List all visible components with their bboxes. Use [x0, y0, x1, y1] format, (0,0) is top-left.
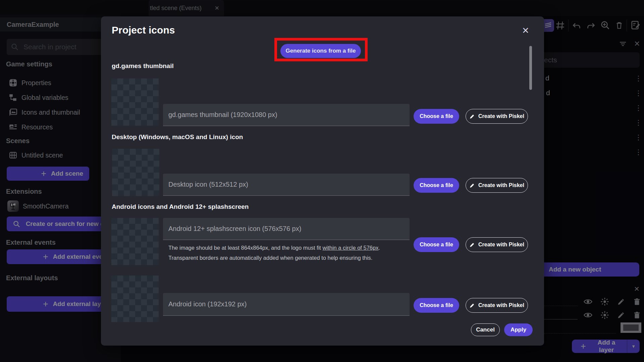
apply-button[interactable]: Apply	[504, 323, 533, 336]
project-icons-dialog: Project icons ✕ Generate icons from a fi…	[101, 16, 544, 346]
choose-file-label: Choose a file	[420, 113, 453, 119]
splash-helper-text: The image should be at least 864x864px, …	[168, 245, 380, 251]
row-heading: Desktop (Windows, macOS and Linux) icon	[112, 133, 243, 141]
row-heading: Android icons and Android 12+ splashscre…	[112, 203, 249, 210]
brush-icon	[469, 114, 475, 119]
choose-file-button[interactable]: Choose a file	[414, 298, 459, 313]
row-heading: gd.games thumbnail	[112, 62, 174, 70]
desktop-icon-file-field[interactable]: Desktop icon (512x512 px)	[163, 174, 410, 196]
create-with-piskel-button[interactable]: Create with Piskel	[466, 298, 528, 313]
thumbnail-preview-checkerboard	[111, 78, 159, 126]
splash-helper-text-2: Transparent borders are automatically ad…	[168, 255, 372, 261]
thumbnail-file-field[interactable]: gd.games thumbnail (644x362 px)	[163, 104, 410, 126]
android-splash-file-field[interactable]: Android 12+ splashscreen icon (576x576 p…	[163, 218, 410, 240]
create-with-piskel-button[interactable]: Create with Piskel	[466, 109, 528, 124]
create-with-piskel-button[interactable]: Create with Piskel	[466, 237, 528, 252]
desktop-icon-checkerboard	[112, 149, 159, 196]
field-hint: Desktop icon (512x512 px)	[168, 181, 248, 188]
brush-icon	[469, 242, 475, 248]
brush-icon	[469, 183, 475, 188]
cancel-label: Cancel	[476, 326, 495, 333]
android-icon-checkerboard	[111, 276, 159, 322]
android-icon-file-field[interactable]: Android icon (192x192 px)	[163, 293, 410, 316]
field-hint: Android icon (192x192 px)	[168, 300, 247, 308]
create-with-piskel-label: Create with Piskel	[478, 302, 524, 308]
helper-text: The image should be at least 864x864px, …	[168, 245, 323, 251]
app-root: tled scene (Events) ✕ CameraExample Game…	[0, 0, 644, 362]
create-with-piskel-button[interactable]: Create with Piskel	[466, 178, 528, 193]
highlight-annotation	[274, 38, 368, 61]
dialog-title: Project icons	[112, 24, 175, 36]
field-hint: gd.games thumbnail (644x362 px)	[168, 111, 277, 119]
choose-file-button[interactable]: Choose a file	[414, 237, 459, 252]
android-splash-checkerboard	[111, 218, 159, 265]
field-hint: Android 12+ splashscreen icon (576x576 p…	[168, 225, 301, 233]
scrollbar-thumb[interactable]	[529, 46, 532, 90]
cancel-button[interactable]: Cancel	[471, 323, 500, 336]
choose-file-button[interactable]: Choose a file	[414, 109, 459, 124]
choose-file-label: Choose a file	[420, 302, 453, 308]
create-with-piskel-label: Create with Piskel	[478, 242, 524, 248]
create-with-piskel-label: Create with Piskel	[478, 113, 524, 119]
apply-label: Apply	[511, 326, 526, 333]
choose-file-label: Choose a file	[420, 242, 453, 248]
choose-file-button[interactable]: Choose a file	[414, 178, 459, 193]
helper-link[interactable]: within a circle of 576px	[323, 245, 379, 251]
create-with-piskel-label: Create with Piskel	[478, 182, 524, 188]
choose-file-label: Choose a file	[420, 182, 453, 188]
brush-icon	[469, 303, 475, 308]
helper-text: .	[378, 245, 380, 251]
dialog-close-icon[interactable]: ✕	[519, 24, 532, 37]
